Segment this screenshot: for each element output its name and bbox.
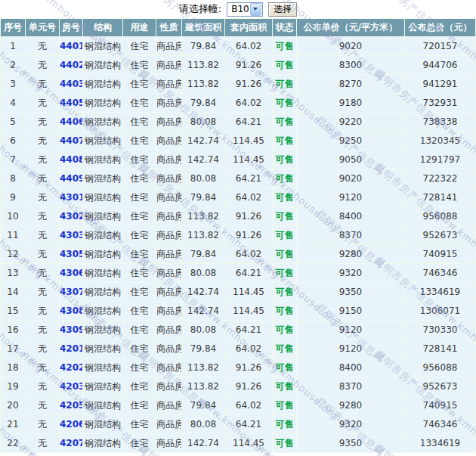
cell-room-no[interactable]: 4403 [60,75,82,93]
cell-index: 11 [1,226,25,244]
cell-status-badge: 可售 [273,358,296,377]
cell-floor-area: 80.08 [182,321,224,339]
chevron-down-icon[interactable] [250,3,261,16]
cell-room-no[interactable]: 4309 [60,321,82,339]
cell-room-no[interactable]: 4207 [60,434,82,452]
cell-unit-price: 9280 [297,245,404,263]
cell-index: 6 [1,132,25,150]
cell-room-no[interactable]: 4407 [60,132,82,150]
cell-structure: 钢混结构 [83,434,122,452]
cell-inner-area: 91.26 [225,358,272,377]
cell-floor-area: 79.84 [182,188,224,206]
cell-floor-area: 80.08 [182,264,224,282]
cell-unit-price: 8300 [297,56,404,74]
cell-floor-area: 113.82 [182,377,224,396]
cell-floor-area: 80.08 [182,415,224,433]
table-row: 22无4207钢混结构住宅商品房142.74114.45可售9350133461… [1,434,475,452]
cell-usage: 住宅 [123,340,156,358]
cell-total-price: 956088 [405,358,475,377]
table-row: 1无4401钢混结构住宅商品房79.8464.02可售9020720157 [1,37,475,55]
cell-usage: 住宅 [123,358,156,377]
cell-room-no[interactable]: 4202 [60,358,82,377]
cell-room-no[interactable]: 4203 [60,377,82,396]
cell-room-no[interactable]: 4408 [60,150,82,169]
cell-inner-area: 114.45 [225,302,272,320]
cell-usage: 住宅 [123,226,156,244]
cell-total-price: 944706 [405,56,475,74]
cell-room-no[interactable]: 4405 [60,94,82,112]
cell-usage: 住宅 [123,188,156,206]
cell-status-badge: 可售 [273,150,296,169]
column-header-total-price: 公布总价（元） [405,19,475,36]
cell-floor-area: 142.74 [182,132,224,150]
cell-index: 18 [1,358,25,377]
cell-unit-no: 无 [26,169,59,188]
cell-unit-no: 无 [26,434,59,452]
cell-structure: 钢混结构 [83,302,122,320]
cell-index: 5 [1,113,25,131]
cell-room-no[interactable]: 4302 [60,207,82,225]
cell-total-price: 1334619 [405,434,475,452]
table-row: 12无4305钢混结构住宅商品房79.8464.02可售9280740915 [1,245,475,263]
units-table: 序号 单元号 房号 结构 用途 性质 建筑面积 套内面积 状态 公布单价（元/平… [0,18,476,453]
cell-unit-price: 8400 [297,207,404,225]
cell-property-type: 商品房 [156,132,181,150]
cell-room-no[interactable]: 4409 [60,169,82,188]
cell-unit-price: 9350 [297,283,404,301]
column-header-status: 状态 [273,19,296,36]
cell-floor-area: 113.82 [182,56,224,74]
cell-property-type: 商品房 [156,226,181,244]
cell-index: 2 [1,56,25,74]
cell-property-type: 商品房 [156,169,181,188]
cell-usage: 住宅 [123,245,156,263]
cell-usage: 住宅 [123,37,156,55]
cell-status-badge: 可售 [273,113,296,131]
cell-unit-no: 无 [26,207,59,225]
table-row: 21无4206钢混结构住宅商品房80.0864.21可售9320746346 [1,415,475,433]
building-select[interactable]: B10 [227,2,263,17]
cell-total-price: 952673 [405,226,475,244]
cell-room-no[interactable]: 4305 [60,245,82,263]
cell-status-badge: 可售 [273,94,296,112]
cell-property-type: 商品房 [156,264,181,282]
cell-status-badge: 可售 [273,226,296,244]
cell-unit-price: 9320 [297,264,404,282]
cell-total-price: 941291 [405,75,475,93]
cell-room-no[interactable]: 4201 [60,340,82,358]
cell-room-no[interactable]: 4303 [60,226,82,244]
cell-unit-no: 无 [26,188,59,206]
cell-inner-area: 64.21 [225,264,272,282]
cell-room-no[interactable]: 4402 [60,56,82,74]
select-button[interactable]: 选择 [268,2,297,17]
cell-floor-area: 80.08 [182,113,224,131]
cell-unit-price: 8370 [297,226,404,244]
cell-unit-price: 9020 [297,169,404,188]
cell-room-no[interactable]: 4306 [60,264,82,282]
cell-index: 1 [1,37,25,55]
cell-unit-price: 9180 [297,94,404,112]
cell-room-no[interactable]: 4206 [60,415,82,433]
cell-inner-area: 91.26 [225,377,272,396]
table-row: 17无4201钢混结构住宅商品房79.8464.02可售9120728141 [1,340,475,358]
cell-property-type: 商品房 [156,434,181,452]
cell-usage: 住宅 [123,113,156,131]
cell-structure: 钢混结构 [83,37,122,55]
cell-room-no[interactable]: 4401 [60,37,82,55]
cell-unit-no: 无 [26,302,59,320]
cell-index: 9 [1,188,25,206]
cell-property-type: 商品房 [156,415,181,433]
cell-unit-no: 无 [26,75,59,93]
cell-property-type: 商品房 [156,302,181,320]
cell-status-badge: 可售 [273,340,296,358]
cell-unit-no: 无 [26,37,59,55]
cell-room-no[interactable]: 4205 [60,396,82,414]
cell-structure: 钢混结构 [83,415,122,433]
cell-unit-price: 9020 [297,37,404,55]
cell-room-no[interactable]: 4307 [60,283,82,301]
cell-index: 22 [1,434,25,452]
cell-room-no[interactable]: 4301 [60,188,82,206]
column-header-unit-price: 公布单价（元/平方米） [297,19,404,36]
cell-room-no[interactable]: 4406 [60,113,82,131]
cell-status-badge: 可售 [273,132,296,150]
cell-room-no[interactable]: 4308 [60,302,82,320]
